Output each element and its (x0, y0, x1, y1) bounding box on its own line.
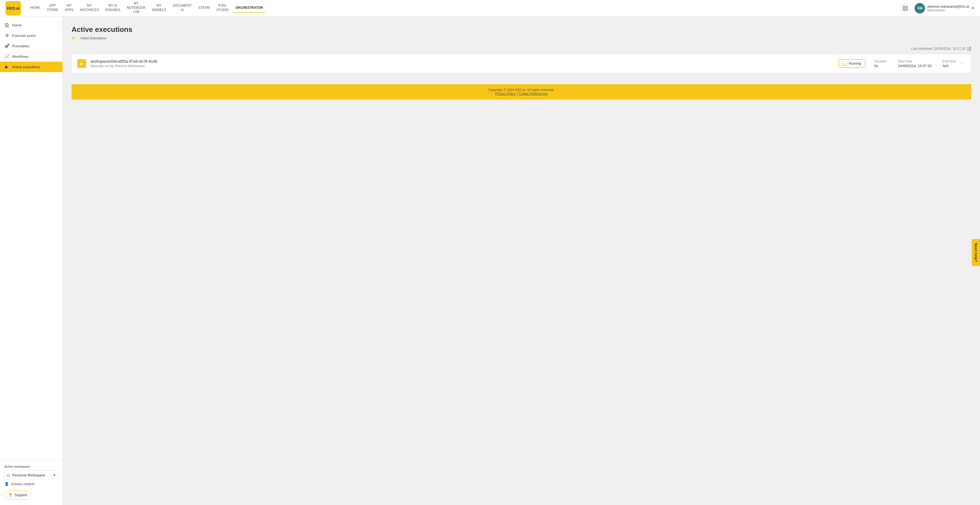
start-time-label: Start time (898, 59, 932, 63)
sidebar-item-workflows[interactable]: 📈 Workflows (0, 51, 62, 62)
sidebar-item-runnables-label: Runnables (12, 44, 29, 48)
layout: ‹ 🏠 Home ⚙ Executor pools 🚀 Runnables 📈 … (0, 16, 980, 505)
nav-app-store[interactable]: APPSTORE (44, 2, 61, 15)
workspace-selector[interactable]: 🗂 Personal Workspace ▼ (3, 470, 59, 480)
footer-copyright: Copyright © 2024 H2O.ai. All rights rese… (75, 88, 967, 92)
execution-info: workspaces/04caf35a-97a9-4e76-9146 Manua… (91, 59, 834, 68)
svg-rect-0 (903, 6, 905, 8)
workflows-icon: 📈 (5, 54, 10, 59)
execution-status-badge: Running (838, 59, 865, 68)
nav-my-models[interactable]: MYMODELS (150, 2, 169, 15)
breadcrumb: 📁 › Active Executions (72, 36, 971, 40)
support-label: Support (14, 493, 27, 497)
user-role: Administrator (927, 8, 969, 12)
workspace-icon: 🗂 (6, 473, 10, 477)
svg-rect-3 (906, 9, 907, 10)
page-title: Active executions (72, 25, 971, 34)
sidebar-item-active-executions[interactable]: ▶ Active executions (0, 62, 62, 72)
sidebar-item-home[interactable]: 🏠 Home (0, 20, 62, 30)
nav-eval-studio[interactable]: EVALSTUDIO (213, 2, 231, 15)
execution-subtitle: Manually run by Sherene Mahanama (91, 64, 834, 68)
user-email: sherene.mahanama@h2o.ai (927, 5, 969, 8)
nav-notebook-lab[interactable]: MYNOTEBOOKLAB (124, 0, 148, 17)
execution-expand-button[interactable]: ▶ (77, 59, 86, 68)
user-info: sherene.mahanama@h2o.ai Administrator (927, 5, 969, 12)
sidebar-item-executor-pools-label: Executor pools (12, 33, 36, 38)
active-executions-icon: ▶ (5, 64, 10, 69)
footer-privacy-link[interactable]: Privacy Policy (495, 92, 516, 96)
running-spinner-icon (843, 61, 847, 66)
execution-status-label: Running (849, 62, 861, 65)
nav-document-ai[interactable]: DOCUMENTAI (170, 2, 194, 15)
refresh-icon[interactable]: 🔄 (967, 47, 971, 51)
breadcrumb-current: Active Executions (80, 36, 107, 40)
end-time-value: N/A (943, 64, 956, 68)
svg-rect-2 (903, 9, 905, 10)
sidebar-item-home-label: Home (12, 23, 22, 27)
executor-pools-icon: ⚙ (5, 33, 10, 38)
refresh-bar: Last refreshed: 24/09/2024, 15:57:20 🔄 (72, 47, 971, 51)
execution-duration: Duration 0s (874, 59, 887, 68)
sidebar-item-runnables[interactable]: 🚀 Runnables (0, 41, 62, 51)
sidebar-item-active-executions-label: Active executions (12, 65, 40, 69)
execution-id: workspaces/04caf35a-97a9-4e76-9146 (91, 59, 834, 64)
duration-value: 0s (874, 64, 887, 68)
nav-my-apps[interactable]: MYAPPS (62, 2, 76, 15)
footer-links: Privacy Policy | Cookie Preferences (75, 92, 967, 96)
nav-steam[interactable]: STEAM (196, 3, 212, 13)
execution-more-menu-button[interactable]: ··· (960, 61, 966, 66)
svg-rect-1 (906, 6, 907, 8)
footer-cookie-link[interactable]: Cookie Preferences (519, 92, 547, 96)
nav-my-instances[interactable]: MYINSTANCES (77, 2, 102, 15)
breadcrumb-separator: › (78, 36, 79, 40)
breadcrumb-folder-icon: 📁 (72, 36, 76, 40)
user-chevron-icon: ▼ (971, 6, 975, 10)
workspace-chevron-icon: ▼ (53, 473, 56, 477)
main-content: Active executions 📁 › Active Executions … (63, 16, 980, 505)
end-time-label: End time (943, 59, 956, 63)
nav-items: HOME APPSTORE MYAPPS MYINSTANCES MY AIEN… (27, 0, 900, 17)
execution-card: ▶ workspaces/04caf35a-97a9-4e76-9146 Man… (72, 54, 971, 73)
support-button[interactable]: ❓ Support (5, 491, 31, 500)
user-section[interactable]: SM sherene.mahanama@h2o.ai Administrator… (915, 3, 975, 13)
home-icon: 🏠 (5, 22, 10, 27)
top-navigation: H2O.ai HOME APPSTORE MYAPPS MYINSTANCES … (0, 0, 980, 16)
refresh-timestamp: Last refreshed: 24/09/2024, 15:57:20 (911, 47, 966, 51)
execution-end-time: End time N/A (943, 59, 956, 68)
nav-grid-icon-btn[interactable] (900, 3, 910, 13)
active-workspace-label: Active workspace (3, 464, 59, 470)
avatar: SM (915, 3, 925, 13)
sidebar-nav: 🏠 Home ⚙ Executor pools 🚀 Runnables 📈 Wo… (0, 16, 62, 460)
access-control-icon: 👤 (5, 482, 9, 486)
access-control-label: Access control (11, 482, 34, 486)
nav-my-ai-engines[interactable]: MY AIENGINES (103, 2, 123, 15)
grid-icon (903, 6, 908, 11)
need-help-tab[interactable]: Need help? (972, 239, 980, 266)
sidebar-bottom: Active workspace 🗂 Personal Workspace ▼ … (0, 460, 62, 505)
sidebar-item-executor-pools[interactable]: ⚙ Executor pools (0, 30, 62, 41)
duration-label: Duration (874, 59, 887, 63)
execution-start-time: Start time 24/09/2024, 15:57:20 (898, 59, 932, 68)
nav-right: SM sherene.mahanama@h2o.ai Administrator… (900, 3, 975, 13)
start-time-value: 24/09/2024, 15:57:20 (898, 64, 932, 68)
runnables-icon: 🚀 (5, 43, 10, 48)
sidebar: ‹ 🏠 Home ⚙ Executor pools 🚀 Runnables 📈 … (0, 16, 63, 505)
nav-orchestrator[interactable]: ORCHESTRATOR (233, 3, 266, 13)
sidebar-item-workflows-label: Workflows (12, 54, 29, 59)
logo[interactable]: H2O.ai (5, 1, 21, 16)
workspace-name: Personal Workspace (13, 473, 45, 477)
footer: Copyright © 2024 H2O.ai. All rights rese… (72, 84, 971, 100)
support-icon: ❓ (8, 493, 13, 497)
nav-home[interactable]: HOME (27, 3, 43, 13)
access-control-item[interactable]: 👤 Access control (3, 480, 59, 488)
execution-meta: Duration 0s Start time 24/09/2024, 15:57… (874, 59, 956, 68)
